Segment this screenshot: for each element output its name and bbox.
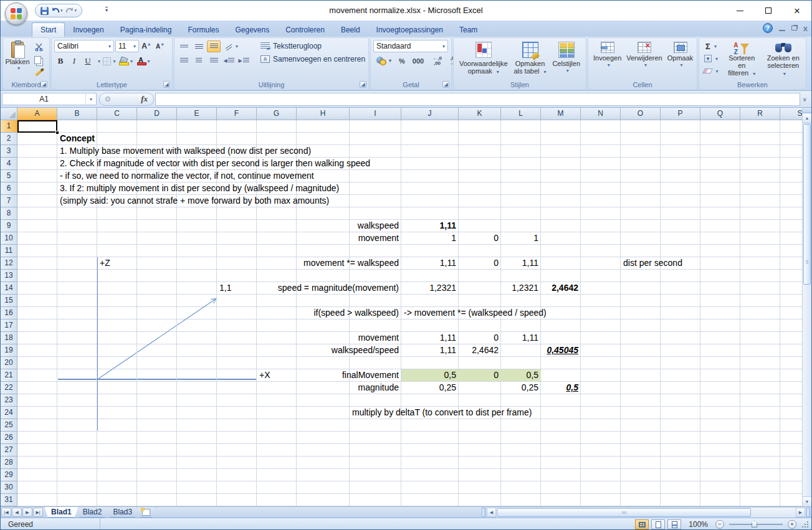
cell-B2[interactable]: Concept (60, 133, 95, 144)
row-header-17[interactable]: 17 (1, 319, 17, 332)
cell-C12[interactable]: +Z (100, 257, 110, 269)
resize-grip[interactable] (801, 521, 809, 528)
normal-view-button[interactable] (635, 519, 649, 529)
row-header-8[interactable]: 8 (1, 207, 17, 220)
page-layout-view-button[interactable] (651, 519, 665, 529)
column-header-P[interactable]: P (661, 108, 700, 120)
underline-dropdown-icon[interactable]: ▾ (98, 59, 100, 64)
first-sheet-button[interactable]: |◀ (1, 508, 11, 517)
zoom-out-button[interactable]: − (715, 520, 724, 529)
document-close-icon[interactable]: x (803, 24, 808, 32)
increase-indent-button[interactable]: ▶ (237, 55, 251, 67)
column-header-N[interactable]: N (581, 108, 621, 120)
row-header-22[interactable]: 22 (1, 382, 17, 394)
cell-I10[interactable]: movement (358, 232, 399, 244)
column-header-D[interactable]: D (137, 108, 177, 120)
cell-M22[interactable]: 0,5 (566, 382, 578, 394)
lettertype-dialog-launcher[interactable]: ◢ (163, 81, 170, 88)
tab-split-handle[interactable] (482, 508, 485, 517)
bold-button[interactable]: B (54, 55, 67, 67)
row-header-7[interactable]: 7 (1, 195, 17, 207)
format-painter-button[interactable] (32, 67, 45, 78)
font-name-combo[interactable]: Calibri▾ (54, 40, 114, 52)
row-header-27[interactable]: 27 (1, 444, 17, 457)
uitlijning-dialog-launcher[interactable]: ◢ (360, 81, 366, 88)
column-header-C[interactable]: C (97, 108, 137, 120)
cell-G21[interactable]: +X (259, 369, 270, 381)
align-right-button[interactable] (207, 55, 221, 67)
column-header-F[interactable]: F (217, 108, 257, 120)
column-header-R[interactable]: R (740, 108, 780, 120)
row-header-3[interactable]: 3 (1, 145, 17, 158)
ribbon-tab-controleren[interactable]: Controleren (277, 22, 333, 37)
column-header-A[interactable]: A (17, 108, 57, 120)
cell-J10[interactable]: 1 (451, 232, 456, 244)
save-button[interactable] (41, 7, 49, 15)
column-header-I[interactable]: I (350, 108, 401, 120)
column-header-G[interactable]: G (257, 108, 297, 120)
row-header-23[interactable]: 23 (1, 394, 17, 407)
align-left-button[interactable] (177, 55, 191, 67)
merge-center-button[interactable]: Samenvoegen en centreren▾ (260, 55, 373, 64)
redo-button[interactable]: ▾ (65, 7, 77, 14)
align-middle-button[interactable] (192, 40, 206, 52)
scroll-left-button[interactable]: ◀ (487, 508, 496, 517)
fill-color-button[interactable]: ▾ (118, 55, 134, 67)
cell-I16[interactable]: if(speed > walkspeed) (313, 307, 399, 319)
row-header-19[interactable]: 19 (1, 344, 17, 357)
ribbon-tab-beeld[interactable]: Beeld (333, 22, 368, 37)
document-minimize-icon[interactable] (779, 30, 785, 31)
row-header-21[interactable]: 21 (1, 369, 17, 382)
column-header-K[interactable]: K (459, 108, 501, 120)
cell-B5[interactable]: - if so, we need to normalize the vector… (60, 170, 314, 182)
align-top-button[interactable] (177, 40, 191, 52)
cell-J19[interactable]: 1,11 (440, 344, 456, 356)
formula-input[interactable] (155, 93, 800, 106)
font-size-combo[interactable]: 11▾ (115, 40, 139, 52)
sort-filter-button[interactable]: AZ Sorteren en filteren ▾ (723, 40, 761, 80)
cell-J21[interactable]: 0,5 (401, 369, 459, 381)
row-header-1[interactable]: 1 (1, 120, 17, 133)
fill-button[interactable]: ▼▾ (702, 53, 720, 64)
cell-J16[interactable]: -> movement *= (walkspeed / speed) (404, 307, 547, 319)
find-select-button[interactable]: Zoeken en selecteren ▾ (763, 40, 803, 80)
cell-grid[interactable]: Concept1. Multiply base movement with wa… (17, 120, 803, 506)
autosum-button[interactable]: Σ▾ (702, 40, 720, 52)
increase-decimal-button[interactable]: ←,0,00 (429, 55, 445, 67)
zoom-in-button[interactable]: + (788, 520, 796, 529)
cell-I22[interactable]: magnitude (358, 382, 399, 394)
cell-L22[interactable]: 0,25 (522, 382, 538, 394)
cell-O12[interactable]: dist per second (623, 257, 682, 269)
maximize-button[interactable] (754, 1, 783, 21)
column-header-L[interactable]: L (501, 108, 541, 120)
vertical-scroll-thumb[interactable] (803, 124, 811, 285)
row-header-2[interactable]: 2 (1, 133, 17, 145)
grow-font-button[interactable]: A▲ (140, 40, 153, 52)
cell-J12[interactable]: 1,11 (440, 257, 456, 269)
row-header-16[interactable]: 16 (1, 307, 17, 319)
cell-K19[interactable]: 2,4642 (472, 344, 499, 356)
cell-I24[interactable]: multiply by deltaT (to convert to dist p… (352, 407, 532, 419)
ribbon-tab-gegevens[interactable]: Gegevens (227, 22, 277, 37)
cell-B6[interactable]: 3. If 2: multiply movement in dist per s… (60, 182, 339, 194)
undo-button[interactable]: ▾ (51, 7, 63, 14)
row-header-14[interactable]: 14 (1, 282, 17, 295)
copy-button[interactable] (32, 54, 45, 65)
help-icon[interactable]: ? (763, 23, 773, 33)
row-header-18[interactable]: 18 (1, 332, 17, 344)
expand-formula-bar-button[interactable]: » (800, 93, 810, 106)
minimize-button[interactable] (725, 1, 754, 21)
row-header-13[interactable]: 13 (1, 270, 17, 282)
format-cells-button[interactable]: Opmaak ▾ (665, 40, 696, 80)
cell-J9[interactable]: 1,11 (440, 220, 456, 232)
borders-button[interactable]: ▾ (102, 55, 117, 67)
cell-B4[interactable]: 2. Check if magnitude of vector with dis… (60, 158, 370, 169)
customize-qat-button[interactable]: ▾ (105, 7, 108, 13)
cell-K12[interactable]: 0 (494, 257, 499, 269)
currency-format-button[interactable]: ▾ (373, 55, 394, 67)
column-header-E[interactable]: E (177, 108, 217, 120)
orientation-button[interactable]: ▾ (222, 40, 241, 52)
scroll-right-button[interactable]: ▶ (796, 508, 805, 517)
row-header-24[interactable]: 24 (1, 407, 17, 419)
previous-sheet-button[interactable]: ◀ (12, 508, 22, 517)
